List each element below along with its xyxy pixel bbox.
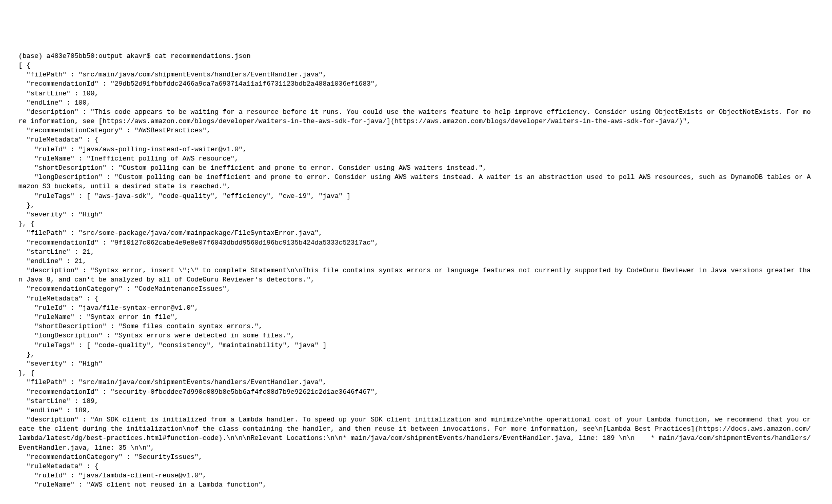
- terminal-output[interactable]: (base) a483e705bb50:output akavr$ cat re…: [18, 52, 814, 490]
- json-output: [ { "filePath" : "src/main/java/com/ship…: [18, 62, 811, 489]
- shell-prompt: (base) a483e705bb50:output akavr$ cat re…: [18, 52, 250, 60]
